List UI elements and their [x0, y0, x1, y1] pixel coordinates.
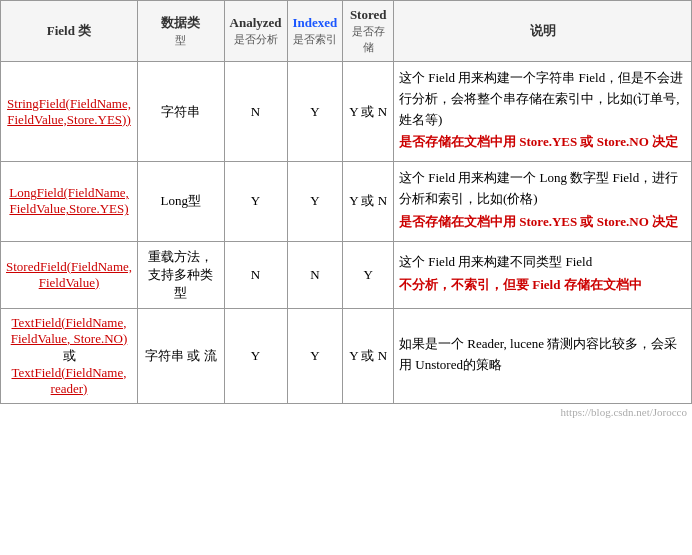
field-name-cell-3: StoredField(FieldName, FieldValue)	[1, 241, 138, 308]
analyzed-cell-1: N	[224, 62, 287, 162]
desc-cell-2: 这个 Field 用来构建一个 Long 数字型 Field，进行分析和索引，比…	[394, 162, 692, 241]
desc-highlight-1: 是否存储在文档中用 Store.YES 或 Store.NO 决定	[399, 132, 686, 153]
field-name-cell-2: LongField(FieldName, FieldValue,Store.YE…	[1, 162, 138, 241]
analyzed-value-3: N	[251, 267, 260, 282]
desc-cell-4: 如果是一个 Reader, lucene 猜测内容比较多，会采用 Unstore…	[394, 308, 692, 403]
stored-value-2: Y 或 N	[349, 193, 387, 208]
stored-cell-2: Y 或 N	[343, 162, 394, 241]
analyzed-value-1: N	[251, 104, 260, 119]
data-type-cell-2: Long型	[138, 162, 225, 241]
header-label-indexed: Indexed	[293, 15, 338, 30]
header-label-description: 说明	[530, 23, 556, 38]
stored-value-4: Y 或 N	[349, 348, 387, 363]
desc-text-4: 如果是一个 Reader, lucene 猜测内容比较多，会采用 Unstore…	[399, 334, 686, 376]
table-row: LongField(FieldName, FieldValue,Store.YE…	[1, 162, 692, 241]
header-label-analyzed: Analyzed	[230, 15, 282, 30]
analyzed-cell-3: N	[224, 241, 287, 308]
stored-field-link[interactable]: StoredField(FieldName, FieldValue)	[6, 259, 132, 290]
stored-value-1: Y 或 N	[349, 104, 387, 119]
indexed-cell-3: N	[287, 241, 343, 308]
watermark: https://blog.csdn.net/Jorocco	[0, 404, 692, 420]
string-field-link[interactable]: StringField(FieldName, FieldValue,Store.…	[7, 96, 131, 127]
desc-highlight-2: 是否存储在文档中用 Store.YES 或 Store.NO 决定	[399, 212, 686, 233]
field-name-cell-4: TextField(FieldName, FieldValue, Store.N…	[1, 308, 138, 403]
indexed-value-3: N	[310, 267, 319, 282]
data-type-cell-3: 重载方法，支持多种类型	[138, 241, 225, 308]
text-field-or: 或	[63, 348, 76, 363]
analyzed-value-2: Y	[251, 193, 260, 208]
stored-cell-3: Y	[343, 241, 394, 308]
stored-cell-1: Y 或 N	[343, 62, 394, 162]
header-sublabel-analyzed: 是否分析	[234, 33, 278, 45]
header-sublabel-stored: 是否存储	[352, 25, 385, 53]
indexed-cell-1: Y	[287, 62, 343, 162]
header-sublabel-data-type: 型	[175, 34, 186, 46]
analyzed-cell-2: Y	[224, 162, 287, 241]
text-field-link-1[interactable]: TextField(FieldName, FieldValue, Store.N…	[11, 315, 128, 346]
desc-text-3: 这个 Field 用来构建不同类型 Field	[399, 252, 686, 273]
header-label-field-type: Field 类	[47, 23, 91, 38]
field-name-cell-1: StringField(FieldName, FieldValue,Store.…	[1, 62, 138, 162]
desc-text-2: 这个 Field 用来构建一个 Long 数字型 Field，进行分析和索引，比…	[399, 168, 686, 210]
long-field-link[interactable]: LongField(FieldName, FieldValue,Store.YE…	[9, 185, 129, 216]
header-label-stored: Stored	[350, 7, 387, 22]
data-type-value-3: 重载方法，支持多种类型	[148, 249, 213, 300]
desc-cell-3: 这个 Field 用来构建不同类型 Field 不分析，不索引，但要 Field…	[394, 241, 692, 308]
text-field-link-2[interactable]: TextField(FieldName, reader)	[12, 365, 127, 396]
table-row: StoredField(FieldName, FieldValue) 重载方法，…	[1, 241, 692, 308]
indexed-cell-2: Y	[287, 162, 343, 241]
header-field-type: Field 类	[1, 1, 138, 62]
watermark-text: https://blog.csdn.net/Jorocco	[561, 406, 687, 418]
header-label-data-type: 数据类	[161, 15, 200, 30]
desc-cell-1: 这个 Field 用来构建一个字符串 Field，但是不会进行分析，会将整个串存…	[394, 62, 692, 162]
data-type-cell-4: 字符串 或 流	[138, 308, 225, 403]
header-data-type: 数据类 型	[138, 1, 225, 62]
table-row: TextField(FieldName, FieldValue, Store.N…	[1, 308, 692, 403]
desc-highlight-3: 不分析，不索引，但要 Field 存储在文档中	[399, 275, 686, 296]
indexed-value-1: Y	[310, 104, 319, 119]
header-analyzed: Analyzed 是否分析	[224, 1, 287, 62]
table-header-row: Field 类 数据类 型 Analyzed 是否分析 Indexed 是否索引…	[1, 1, 692, 62]
header-stored: Stored 是否存储	[343, 1, 394, 62]
data-type-value-2: Long型	[161, 193, 201, 208]
stored-cell-4: Y 或 N	[343, 308, 394, 403]
data-type-cell-1: 字符串	[138, 62, 225, 162]
desc-text-1: 这个 Field 用来构建一个字符串 Field，但是不会进行分析，会将整个串存…	[399, 68, 686, 130]
header-sublabel-indexed: 是否索引	[293, 33, 337, 45]
table-row: StringField(FieldName, FieldValue,Store.…	[1, 62, 692, 162]
header-description: 说明	[394, 1, 692, 62]
analyzed-cell-4: Y	[224, 308, 287, 403]
stored-value-3: Y	[364, 267, 373, 282]
field-types-table: Field 类 数据类 型 Analyzed 是否分析 Indexed 是否索引…	[0, 0, 692, 404]
indexed-value-2: Y	[310, 193, 319, 208]
indexed-cell-4: Y	[287, 308, 343, 403]
data-type-value-4: 字符串 或 流	[145, 348, 217, 363]
header-indexed: Indexed 是否索引	[287, 1, 343, 62]
data-type-value-1: 字符串	[161, 104, 200, 119]
indexed-value-4: Y	[310, 348, 319, 363]
analyzed-value-4: Y	[251, 348, 260, 363]
